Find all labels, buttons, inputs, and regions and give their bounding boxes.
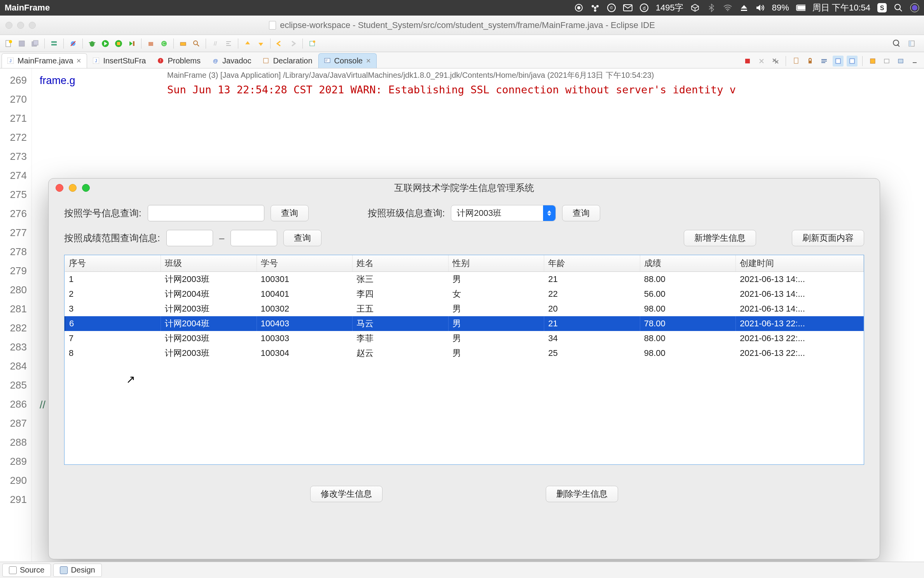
debug-icon[interactable] (87, 38, 98, 49)
table-row[interactable]: 8计网2003班100304赵云男2598.002021-06-13 22:..… (65, 346, 864, 361)
add-student-button[interactable]: 新增学生信息 (684, 230, 756, 246)
student-id-input[interactable] (148, 205, 264, 221)
scroll-lock-icon[interactable] (805, 56, 816, 67)
close-icon[interactable]: ✕ (76, 57, 81, 65)
tab-javadoc[interactable]: @ Javadoc (206, 53, 257, 68)
query-by-id-button[interactable]: 查询 (271, 205, 309, 221)
score-max-input[interactable] (231, 230, 277, 246)
fan-icon[interactable] (590, 3, 600, 12)
back-icon[interactable] (274, 38, 285, 49)
column-header[interactable]: 姓名 (353, 255, 449, 272)
column-header[interactable]: 学号 (257, 255, 353, 272)
table-row[interactable]: 3计网2003班100302王五男2098.002021-06-13 14:..… (65, 301, 864, 316)
remove-launch-icon[interactable] (756, 56, 767, 67)
clear-console-icon[interactable] (791, 56, 802, 67)
window-traffic-lights[interactable] (5, 22, 36, 29)
word-wrap-icon[interactable] (819, 56, 830, 67)
column-header[interactable]: 班级 (161, 255, 257, 272)
forward-icon[interactable] (288, 38, 299, 49)
bluetooth-icon[interactable] (707, 3, 716, 12)
run-last-icon[interactable] (126, 38, 137, 49)
display-selected-icon[interactable] (881, 56, 892, 67)
save-icon[interactable] (16, 38, 27, 49)
minimize-icon[interactable] (909, 56, 920, 67)
save-all-icon[interactable] (30, 38, 40, 49)
search-icon[interactable] (191, 38, 202, 49)
column-header[interactable]: 创建时间 (736, 255, 864, 272)
score-min-input[interactable] (166, 230, 213, 246)
coverage-icon[interactable] (113, 38, 124, 49)
tab-label: Problems (168, 56, 200, 65)
column-header[interactable]: 成绩 (640, 255, 736, 272)
table-cell: 李四 (353, 287, 449, 301)
table-cell: 88.00 (640, 272, 736, 287)
cube-icon[interactable] (690, 3, 700, 12)
table-cell: 7 (65, 331, 161, 346)
record-icon[interactable] (574, 3, 583, 12)
table-cell: 2021-06-13 22:... (736, 346, 864, 361)
column-header[interactable]: 性别 (448, 255, 544, 272)
skip-breakpoints-icon[interactable] (68, 38, 79, 49)
class-combo[interactable]: 计网2003班 (451, 205, 556, 221)
table-row[interactable]: 7计网2003班100303李菲男3488.002021-06-13 22:..… (65, 331, 864, 346)
close-icon[interactable] (56, 184, 63, 192)
column-header[interactable]: 年龄 (544, 255, 640, 272)
wifi-icon[interactable] (723, 3, 732, 12)
show-console-on-out-icon[interactable] (833, 56, 844, 67)
refresh-button[interactable]: 刷新页面内容 (792, 230, 864, 246)
next-annotation-icon[interactable] (255, 38, 266, 49)
open-console-icon[interactable] (895, 56, 906, 67)
zoom-icon[interactable] (82, 184, 90, 192)
column-header[interactable]: 序号 (65, 255, 161, 272)
dialog-titlebar[interactable]: 互联网技术学院学生信息管理系统 (49, 179, 880, 197)
svg-rect-12 (741, 10, 747, 11)
terminate-icon[interactable] (742, 56, 753, 67)
show-console-on-err-icon[interactable] (847, 56, 858, 67)
new-package-icon[interactable] (145, 38, 156, 49)
pin-console-icon[interactable] (867, 56, 878, 67)
pin-editor-icon[interactable] (307, 38, 318, 49)
query-by-class-button[interactable]: 查询 (562, 205, 600, 221)
open-type-icon[interactable] (178, 38, 189, 49)
tab-insertstufra[interactable]: J InsertStuFra (87, 53, 152, 68)
new-class-icon[interactable]: C (159, 38, 169, 49)
table-row[interactable]: 6计网2004班100403马云男2178.002021-06-13 22:..… (65, 316, 864, 331)
siri-icon[interactable] (910, 3, 919, 12)
table-cell: 王五 (353, 301, 449, 316)
design-tab[interactable]: Design (53, 564, 101, 577)
cc-icon[interactable]: © (607, 3, 616, 12)
d-icon[interactable]: d (639, 3, 649, 12)
source-tab[interactable]: Source (2, 564, 51, 577)
table-cell: 女 (448, 287, 544, 301)
eject-icon[interactable] (739, 3, 749, 12)
mail-icon[interactable] (623, 3, 632, 12)
delete-student-button[interactable]: 删除学生信息 (546, 486, 618, 502)
chevron-updown-icon[interactable] (543, 205, 555, 221)
edit-student-button[interactable]: 修改学生信息 (310, 486, 383, 502)
volume-icon[interactable] (756, 3, 765, 12)
run-icon[interactable] (100, 38, 111, 49)
quick-search-icon[interactable] (891, 38, 902, 49)
remove-all-icon[interactable] (770, 56, 781, 67)
tab-console[interactable]: Console ✕ (318, 53, 377, 68)
spotlight-icon[interactable] (894, 3, 903, 12)
tab-mainframe[interactable]: J MainFrame.java ✕ (2, 53, 87, 68)
minimize-icon[interactable] (69, 184, 77, 192)
prev-annotation-icon[interactable] (242, 38, 253, 49)
toggle-comment-icon[interactable]: // (210, 38, 221, 49)
student-table[interactable]: 序号班级学号姓名性别年龄成绩创建时间 1计网2003班100301张三男2188… (65, 255, 864, 361)
table-row[interactable]: 2计网2004班100401李四女2256.002021-06-13 14:..… (65, 287, 864, 301)
sogou-icon[interactable]: S (877, 3, 887, 12)
tab-declaration[interactable]: Declaration (257, 53, 318, 68)
table-row[interactable]: 1计网2003班100301张三男2188.002021-06-13 14:..… (65, 272, 864, 287)
table-cell: 马云 (353, 316, 449, 331)
close-icon[interactable]: ✕ (366, 57, 371, 65)
tab-problems[interactable]: ! Problems (152, 53, 206, 68)
format-icon[interactable] (223, 38, 234, 49)
dialog-traffic-lights[interactable] (56, 184, 90, 192)
table-cell: 88.00 (640, 331, 736, 346)
new-icon[interactable] (3, 38, 14, 49)
toggle-breadcrumb-icon[interactable] (49, 38, 59, 49)
query-by-score-button[interactable]: 查询 (283, 230, 321, 246)
perspective-icon[interactable] (906, 38, 917, 49)
